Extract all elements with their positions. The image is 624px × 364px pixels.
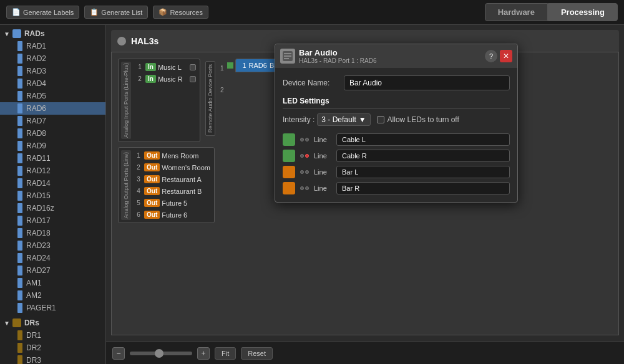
sidebar-item-rad2[interactable]: RAD2 — [0, 52, 105, 65]
sidebar-item-rad8[interactable]: RAD8 — [0, 127, 105, 140]
sidebar-item-rad4[interactable]: RAD4 — [0, 77, 105, 90]
rad17-color-bar — [17, 216, 22, 226]
intensity-select[interactable]: 3 - Default ▼ — [317, 113, 370, 126]
sidebar-item-dr2[interactable]: DR2 — [0, 342, 105, 354]
port2-dot2 — [305, 154, 309, 158]
sidebar-item-rad12[interactable]: RAD12 — [0, 165, 105, 177]
rad12-color-bar — [17, 166, 22, 176]
port4-name-input[interactable] — [336, 182, 510, 194]
rad4-color-bar — [17, 79, 22, 89]
sidebar-item-am1[interactable]: AM1 — [0, 277, 105, 289]
sidebar-item-rad18[interactable]: RAD18 — [0, 227, 105, 239]
sidebar-item-rad9[interactable]: RAD9 — [0, 140, 105, 152]
rad9-color-bar — [17, 141, 22, 151]
device-name-row: Device Name: — [283, 75, 510, 90]
port3-type: Line — [314, 168, 331, 176]
port4-type: Line — [314, 184, 331, 192]
led-intensity: Intensity : 3 - Default ▼ — [283, 113, 371, 126]
dr1-color-bar — [17, 330, 22, 340]
pager1-color-bar — [17, 303, 22, 313]
sidebar-rads-header[interactable]: ▼ RADs — [0, 27, 105, 40]
content-area: HAL3s Analog Input Ports (Line-Plus) — [106, 25, 624, 364]
modal-port-list: Line Line — [283, 133, 510, 194]
port2-dot1 — [300, 154, 304, 158]
port2-name-input[interactable] — [336, 150, 510, 162]
sidebar-item-rad3[interactable]: RAD3 — [0, 65, 105, 77]
modal-port-row-1: Line — [283, 133, 510, 146]
port1-dots — [300, 138, 309, 141]
pdf-icon: 📄 — [12, 8, 21, 16]
rad15-color-bar — [17, 191, 22, 201]
sidebar-item-rad24[interactable]: RAD24 — [0, 252, 105, 264]
rads-color-box — [12, 29, 21, 38]
port1-color — [283, 133, 295, 146]
port1-name-input[interactable] — [336, 133, 510, 146]
sidebar-item-rad1[interactable]: RAD1 — [0, 40, 105, 52]
modal-title-bar: Bar Audio HAL3s - RAD Port 1 : RAD6 ? ✕ — [275, 44, 517, 68]
sidebar-item-rad23[interactable]: RAD23 — [0, 239, 105, 252]
main-layout: ▼ RADs RAD1 RAD2 RAD3 RAD4 RAD5 RAD6 RAD… — [0, 25, 624, 364]
sidebar-item-rad27[interactable]: RAD27 — [0, 264, 105, 277]
sidebar-drs-header[interactable]: ▼ DRs — [0, 317, 105, 329]
rads-expand-arrow: ▼ — [4, 31, 10, 37]
dr2-color-bar — [17, 343, 22, 353]
intensity-dropdown-arrow: ▼ — [359, 115, 366, 124]
modal-title-sub: HAL3s - RAD Port 1 : RAD6 — [299, 57, 481, 64]
sidebar-item-dr3[interactable]: DR3 — [0, 354, 105, 364]
rad6-color-bar — [17, 103, 22, 113]
modal-title-text: Bar Audio HAL3s - RAD Port 1 : RAD6 — [299, 48, 481, 64]
rad1-color-bar — [17, 41, 22, 51]
rad7-color-bar — [17, 116, 22, 126]
port3-dot1 — [300, 170, 304, 174]
rad3-color-bar — [17, 66, 22, 76]
list-icon: 📋 — [90, 8, 99, 16]
rad24-color-bar — [17, 253, 22, 263]
sidebar-item-rad16z[interactable]: RAD16z — [0, 202, 105, 214]
port3-color — [283, 166, 295, 178]
modal-title-actions: ? ✕ — [485, 50, 512, 62]
hardware-nav-button[interactable]: Hardware — [485, 3, 548, 21]
modal-close-button[interactable]: ✕ — [500, 50, 512, 62]
top-bar: 📄 Generate Labels 📋 Generate List 📦 Reso… — [0, 0, 624, 25]
rad5-color-bar — [17, 91, 22, 101]
sidebar-item-rad15[interactable]: RAD15 — [0, 189, 105, 202]
resources-button[interactable]: 📦 Resources — [153, 6, 208, 19]
port2-dots — [300, 154, 309, 158]
rad11-color-bar — [17, 153, 22, 163]
modal-port-row-3: Line — [283, 166, 510, 178]
sidebar-item-rad11[interactable]: RAD11 — [0, 152, 105, 165]
port2-color — [283, 150, 295, 162]
rad8-color-bar — [17, 128, 22, 138]
port3-dots — [300, 170, 309, 174]
sidebar-item-am2[interactable]: AM2 — [0, 289, 105, 302]
modal-help-button[interactable]: ? — [485, 50, 497, 62]
led-section-title: LED Settings — [283, 97, 510, 108]
sidebar: ▼ RADs RAD1 RAD2 RAD3 RAD4 RAD5 RAD6 RAD… — [0, 25, 106, 364]
modal-overlay: Bar Audio HAL3s - RAD Port 1 : RAD6 ? ✕ … — [106, 25, 624, 364]
sidebar-item-dr1[interactable]: DR1 — [0, 329, 105, 342]
generate-list-button[interactable]: 📋 Generate List — [84, 6, 148, 19]
bar-audio-modal: Bar Audio HAL3s - RAD Port 1 : RAD6 ? ✕ … — [275, 44, 518, 203]
port2-type: Line — [314, 152, 331, 160]
allow-led-checkbox[interactable] — [377, 116, 384, 123]
sidebar-item-rad14[interactable]: RAD14 — [0, 177, 105, 189]
sidebar-rads-section: ▼ RADs RAD1 RAD2 RAD3 RAD4 RAD5 RAD6 RAD… — [0, 27, 105, 314]
sidebar-drs-section: ▼ DRs DR1 DR2 DR3 — [0, 317, 105, 364]
resources-icon: 📦 — [158, 8, 167, 16]
rad18-color-bar — [17, 228, 22, 238]
sidebar-item-rad6[interactable]: RAD6 — [0, 102, 105, 115]
sidebar-item-pager1[interactable]: PAGER1 — [0, 302, 105, 314]
processing-nav-button[interactable]: Processing — [548, 3, 618, 21]
port1-dot2 — [305, 138, 309, 141]
sidebar-item-rad17[interactable]: RAD17 — [0, 214, 105, 227]
sidebar-item-rad5[interactable]: RAD5 — [0, 90, 105, 102]
port3-name-input[interactable] — [336, 166, 510, 178]
device-name-label: Device Name: — [283, 79, 339, 87]
modal-port-row-4: Line — [283, 182, 510, 194]
nav-buttons: Hardware Processing — [485, 3, 618, 21]
device-name-input[interactable] — [344, 75, 510, 90]
am1-color-bar — [17, 278, 22, 288]
generate-labels-button[interactable]: 📄 Generate Labels — [6, 6, 79, 19]
sidebar-item-rad7[interactable]: RAD7 — [0, 115, 105, 127]
port4-color — [283, 182, 295, 194]
